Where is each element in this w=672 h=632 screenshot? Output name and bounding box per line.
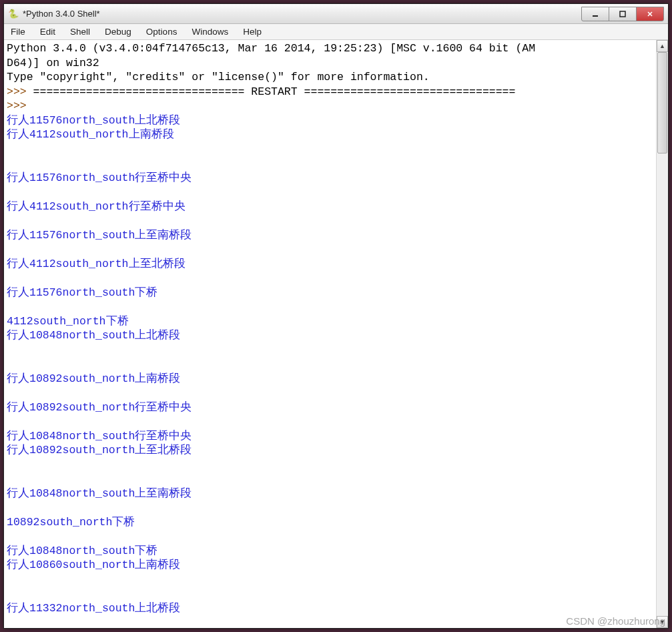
menu-edit[interactable]: Edit xyxy=(37,25,58,38)
menu-debug[interactable]: Debug xyxy=(102,25,134,38)
menu-file[interactable]: File xyxy=(8,25,28,38)
python-icon: 🐍 xyxy=(8,9,19,19)
window-title: *Python 3.4.0 Shell* xyxy=(23,9,582,19)
scroll-thumb[interactable] xyxy=(657,52,667,153)
content-area: Python 3.4.0 (v3.4.0:04f714765c13, Mar 1… xyxy=(4,40,668,628)
scroll-down-arrow[interactable]: ▼ xyxy=(657,616,668,628)
minimize-button[interactable] xyxy=(581,7,609,21)
title-bar[interactable]: 🐍 *Python 3.4.0 Shell* xyxy=(4,4,668,24)
menu-bar: File Edit Shell Debug Options Windows He… xyxy=(4,24,668,40)
scroll-track[interactable] xyxy=(657,52,668,616)
menu-help[interactable]: Help xyxy=(240,25,264,38)
app-window: 🐍 *Python 3.4.0 Shell* File Edit Shell D… xyxy=(3,3,669,629)
scroll-up-arrow[interactable]: ▲ xyxy=(657,40,668,52)
menu-shell[interactable]: Shell xyxy=(67,25,93,38)
svg-rect-0 xyxy=(593,15,598,17)
maximize-button[interactable] xyxy=(609,7,637,21)
svg-rect-1 xyxy=(620,11,625,17)
menu-windows[interactable]: Windows xyxy=(189,25,231,38)
console-output[interactable]: Python 3.4.0 (v3.4.0:04f714765c13, Mar 1… xyxy=(4,40,656,628)
vertical-scrollbar[interactable]: ▲ ▼ xyxy=(656,40,668,628)
menu-options[interactable]: Options xyxy=(143,25,180,38)
window-controls xyxy=(582,7,664,21)
close-button[interactable] xyxy=(636,7,664,21)
